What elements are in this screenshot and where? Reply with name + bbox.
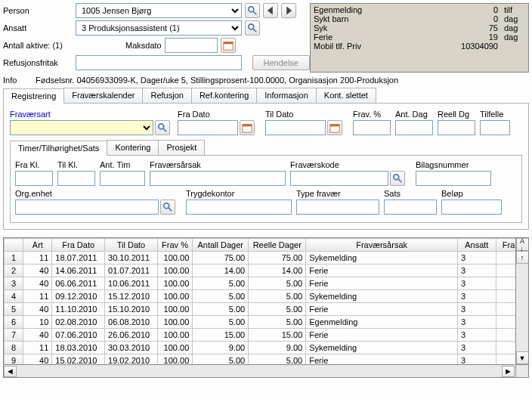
refusjonsfritak-input[interactable] — [76, 55, 242, 70]
tab-frav-rskalender[interactable]: Fraværskalender — [63, 88, 143, 103]
svg-rect-7 — [224, 42, 233, 45]
scroll-down-icon[interactable]: ▼ — [516, 351, 529, 364]
column-header[interactable]: Fra Dato — [52, 239, 105, 252]
til-dato-label: Til Dato — [265, 110, 348, 119]
stat-name: Ferie — [314, 32, 456, 42]
table-row[interactable]: 74007.06.201026.06.2010100.0015.0015.00F… — [5, 329, 528, 342]
column-header[interactable]: Til Dato — [105, 239, 158, 252]
person-label: Person — [3, 6, 73, 15]
vertical-scrollbar[interactable]: A↓ ↑ ▼ — [515, 238, 528, 364]
maksdato-input[interactable] — [165, 38, 218, 53]
table-row[interactable]: 54011.10.201015.10.2010100.005.005.00Fer… — [5, 303, 528, 316]
fravaersart-select[interactable] — [10, 120, 153, 135]
calendar-icon[interactable] — [240, 120, 255, 135]
table-row[interactable]: 41109.12.201015.12.2010100.005.005.00Syk… — [5, 290, 528, 303]
fra-kl-label: Fra Kl. — [15, 160, 53, 169]
calendar-icon[interactable] — [327, 120, 342, 135]
tab-ref-kontering[interactable]: Ref.kontering — [191, 88, 257, 103]
info-label: Info — [3, 76, 33, 85]
row-number[interactable]: 3 — [5, 277, 23, 290]
search-icon[interactable] — [245, 20, 260, 36]
column-header[interactable]: Art — [23, 239, 52, 252]
stat-row: Ferie19dag — [314, 32, 525, 42]
hendelse-button[interactable]: Hendelse — [252, 55, 310, 70]
stat-name: Egenmelding — [314, 5, 456, 14]
tab-informasjon[interactable]: Informasjon — [256, 88, 316, 103]
sats-input[interactable] — [384, 200, 437, 215]
ansatt-label: Ansatt — [3, 23, 73, 32]
reell-dg-input[interactable] — [438, 120, 475, 135]
svg-line-17 — [169, 208, 172, 211]
column-header[interactable]: Fraværsårsak — [306, 239, 458, 252]
tab-refusjon[interactable]: Refusjon — [142, 88, 191, 103]
sort-asc-icon[interactable]: A↓ — [516, 238, 529, 251]
grid-table[interactable]: ArtFra DatoTil DatoFrav %Antall DagerRee… — [4, 238, 528, 367]
org-enhet-input[interactable] — [15, 200, 159, 215]
column-header[interactable]: Frav % — [157, 239, 192, 252]
prev-record-button[interactable] — [263, 3, 278, 18]
row-number[interactable]: 2 — [5, 265, 23, 277]
row-number[interactable]: 8 — [5, 342, 23, 354]
fra-dato-label: Fra Dato — [178, 110, 261, 119]
ansatt-select[interactable]: 3 Produksjonsassistent (1) — [76, 20, 242, 36]
belop-input[interactable] — [441, 200, 502, 215]
horizontal-scrollbar[interactable]: ◄ ► — [4, 364, 515, 377]
subtab-timer-tilh-righet-sats[interactable]: Timer/Tilhørighet/Sats — [10, 141, 107, 156]
frav-pct-input[interactable] — [353, 120, 391, 135]
svg-marker-2 — [268, 6, 273, 14]
calendar-icon[interactable] — [221, 38, 236, 53]
type-fravaer-input[interactable] — [296, 200, 379, 215]
tilfelle-input[interactable] — [480, 120, 510, 135]
ant-dag-input[interactable] — [395, 120, 433, 135]
scroll-left-icon[interactable]: ◄ — [4, 366, 17, 377]
tab-registrering[interactable]: Registrering — [3, 88, 64, 104]
stats-panel: Egenmelding0tilfSykt barn0dagSyk75dagFer… — [310, 3, 529, 73]
row-number[interactable]: 1 — [5, 252, 23, 265]
next-record-button[interactable] — [281, 3, 296, 18]
table-row[interactable]: 11118.07.201130.10.2011100.0075.0075.00S… — [5, 252, 528, 265]
search-icon[interactable] — [245, 3, 260, 18]
sort-desc-icon[interactable]: ↑ — [516, 251, 529, 264]
table-row[interactable]: 81118.03.201030.03.2010100.009.009.00Syk… — [5, 342, 528, 354]
column-header[interactable] — [5, 239, 23, 252]
search-icon[interactable] — [160, 200, 175, 215]
row-number[interactable]: 5 — [5, 303, 23, 316]
table-row[interactable]: 61002.08.201006.08.2010100.005.005.00Ege… — [5, 316, 528, 329]
til-kl-input[interactable] — [57, 171, 95, 186]
row-number[interactable]: 4 — [5, 290, 23, 303]
stat-value: 10304090 — [456, 42, 498, 51]
table-row[interactable]: 34006.06.201110.06.2011100.005.005.00Fer… — [5, 277, 528, 290]
subtab-kontering[interactable]: Kontering — [107, 140, 159, 155]
subtab-prosjekt[interactable]: Prosjekt — [158, 140, 205, 155]
til-dato-input[interactable] — [265, 120, 326, 135]
info-text: Fødselsnr. 04056933099-K, Dager/uke 5, S… — [36, 76, 398, 85]
sub-tabs: Timer/Tilhørighet/SatsKonteringProsjekt — [10, 140, 522, 156]
trygdekontor-label: Trygdekontor — [186, 189, 292, 198]
ant-tim-input[interactable] — [100, 171, 145, 186]
table-row[interactable]: 24014.06.201101.07.2011100.0014.0014.00F… — [5, 265, 528, 277]
search-icon[interactable] — [390, 171, 405, 186]
stat-name: Sykt barn — [314, 14, 456, 23]
fra-dato-input[interactable] — [178, 120, 238, 135]
column-header[interactable]: Ansatt — [457, 239, 496, 252]
bilagsnummer-label: Bilagsnummer — [416, 160, 491, 169]
fravaerskode-input[interactable] — [290, 171, 388, 186]
fravaersart-label[interactable]: Fraværsart — [10, 110, 173, 119]
svg-marker-3 — [286, 6, 292, 14]
tab-kont-slettet[interactable]: Kont. slettet — [316, 88, 376, 103]
ant-tim-label: Ant. Tim — [100, 160, 145, 169]
ant-dag-label: Ant. Dag — [395, 110, 433, 119]
row-number[interactable]: 6 — [5, 316, 23, 329]
row-number[interactable]: 7 — [5, 329, 23, 342]
stat-unit: dag — [504, 14, 525, 23]
trygdekontor-input[interactable] — [186, 200, 292, 215]
fravaersarsak-input[interactable] — [150, 171, 286, 186]
column-header[interactable]: Reelle Dager — [249, 239, 306, 252]
scroll-right-icon[interactable]: ► — [502, 366, 515, 377]
column-header[interactable]: Antall Dager — [193, 239, 249, 252]
person-select[interactable]: 1005 Jensen Bjørg — [76, 3, 242, 18]
bilagsnummer-input[interactable] — [416, 171, 491, 186]
search-icon[interactable] — [155, 120, 170, 135]
fra-kl-input[interactable] — [15, 171, 53, 186]
stat-unit: dag — [504, 32, 525, 42]
